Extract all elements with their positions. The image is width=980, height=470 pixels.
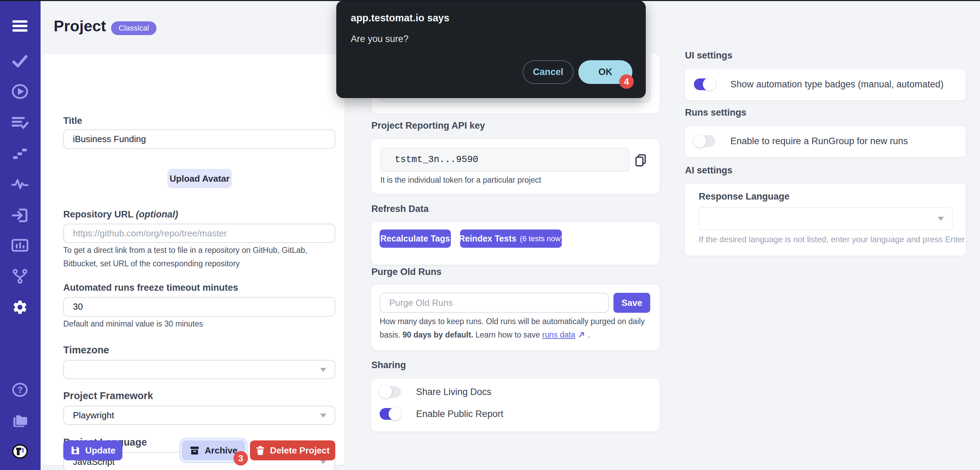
repository-url-optional: (optional) [136, 209, 178, 220]
runs-data-link[interactable]: runs data [542, 330, 575, 339]
svg-text:?: ? [17, 385, 23, 395]
reindex-label: Reindex Tests [459, 234, 517, 244]
automation-badges-toggle[interactable] [694, 78, 715, 90]
purge-help-text-2: Learn how to save [473, 330, 542, 339]
save-button[interactable]: Save [613, 293, 650, 313]
trash-icon [256, 445, 265, 456]
toggle-knob [693, 135, 706, 148]
enable-public-report-toggle[interactable] [380, 408, 401, 420]
enable-public-report-row: Enable Public Report [380, 408, 503, 420]
share-living-docs-row: Share Living Docs [380, 386, 492, 398]
repository-url-label-text: Repository URL [63, 209, 134, 220]
git-branch-icon[interactable] [10, 268, 30, 285]
runs-settings-card: Enable to require a RunGroup for new run… [685, 126, 966, 157]
testomat-logo[interactable] [10, 443, 30, 460]
ai-settings-help: If the desired language is not listed, e… [699, 235, 965, 244]
folders-icon[interactable] [10, 412, 30, 429]
api-key-card: tstmt_3n...9590 It is the individual tok… [371, 139, 660, 194]
purge-old-runs-input[interactable] [380, 293, 609, 313]
bar-chart-icon[interactable] [10, 237, 30, 253]
reindex-tests-button[interactable]: Reindex Tests (6 tests now) [460, 229, 562, 248]
framework-label: Project Framework [63, 390, 153, 401]
response-language-select[interactable] [699, 207, 953, 230]
purge-help: How many days to keep runs. Old runs wil… [380, 315, 651, 342]
freeze-timeout-input[interactable] [63, 297, 335, 317]
purge-old-runs-card: Save How many days to keep runs. Old run… [371, 285, 660, 350]
rungroup-toggle-row: Enable to require a RunGroup for new run… [694, 135, 908, 147]
purge-help-text-3: . [585, 330, 590, 339]
update-button-label: Update [85, 445, 116, 456]
purge-help-bold: 90 days by default. [402, 330, 473, 339]
archive-icon [189, 445, 200, 456]
project-form-card: Title Upload Avatar Repository URL (opti… [41, 54, 345, 465]
steps-icon[interactable] [10, 145, 30, 162]
sharing-card: Share Living Docs Enable Public Report [371, 379, 660, 432]
framework-value: Playwright [73, 410, 114, 421]
update-button[interactable]: Update [63, 440, 123, 460]
recalculate-tags-button[interactable]: Recalculate Tags [380, 229, 451, 248]
archive-button-label: Archive [205, 445, 237, 456]
ai-settings-label: AI settings [685, 165, 732, 176]
automation-badges-label: Show automation type badges (manual, aut… [730, 79, 943, 90]
dialog-cancel-button[interactable]: Cancel [523, 60, 574, 84]
window-top-border [0, 0, 980, 1]
dialog-message: Are you sure? [351, 34, 409, 45]
sign-in-icon[interactable] [10, 207, 30, 224]
toggle-knob [379, 386, 392, 398]
gear-icon[interactable] [10, 299, 30, 315]
ai-settings-card: Response Language If the desired languag… [685, 184, 966, 256]
rungroup-label: Enable to require a RunGroup for new run… [730, 136, 908, 147]
freeze-timeout-label: Automated runs freeze timeout minutes [63, 282, 238, 293]
play-circle-icon[interactable] [10, 83, 30, 100]
ok-notification-badge: 4 [619, 74, 634, 89]
activity-icon[interactable] [10, 176, 30, 192]
toggle-knob [388, 407, 402, 421]
repository-url-help: To get a direct link from a test to file… [63, 244, 338, 271]
chevron-down-icon [320, 368, 326, 372]
chevron-down-icon [938, 217, 944, 221]
timezone-select[interactable] [63, 360, 335, 379]
freeze-timeout-help: Default and minimal value is 30 minutes [63, 317, 338, 331]
chevron-down-icon [320, 460, 326, 464]
copy-icon[interactable] [634, 153, 647, 169]
repository-url-input[interactable] [63, 224, 335, 243]
delete-button-label: Delete Project [270, 445, 329, 456]
toggle-knob [703, 78, 716, 91]
response-language-label: Response Language [699, 191, 789, 202]
title-input[interactable] [63, 129, 335, 149]
purge-old-runs-label: Purge Old Runs [371, 267, 442, 277]
sidebar: ? [0, 0, 41, 470]
upload-avatar-button[interactable]: Upload Avatar [167, 169, 232, 188]
help-circle-icon[interactable]: ? [10, 382, 30, 398]
repository-url-label: Repository URL (optional) [63, 209, 178, 220]
save-icon [70, 445, 81, 456]
title-label: Title [63, 116, 82, 126]
refresh-data-label: Refresh Data [371, 204, 429, 214]
app-window: ? Project Classical Title Upload Avatar … [0, 0, 980, 470]
ui-settings-card: Show automation type badges (manual, aut… [685, 70, 966, 100]
share-living-docs-toggle[interactable] [380, 386, 401, 398]
api-key-label: Project Reporting API key [371, 120, 485, 131]
menu-icon[interactable] [10, 18, 30, 34]
refresh-data-card: Recalculate Tags Reindex Tests (6 tests … [371, 222, 660, 264]
enable-public-report-label: Enable Public Report [416, 409, 503, 419]
chevron-down-icon [320, 414, 326, 418]
list-check-icon[interactable] [10, 115, 30, 131]
ui-toggle-row: Show automation type badges (manual, aut… [694, 78, 943, 90]
delete-project-button[interactable]: Delete Project [250, 440, 335, 460]
share-living-docs-label: Share Living Docs [416, 387, 492, 397]
project-type-badge: Classical [111, 21, 156, 35]
rungroup-toggle[interactable] [694, 135, 715, 147]
api-key-field[interactable]: tstmt_3n...9590 [380, 148, 629, 172]
check-icon[interactable] [10, 53, 30, 69]
runs-settings-label: Runs settings [685, 107, 746, 118]
sharing-label: Sharing [371, 360, 406, 371]
archive-notification-badge: 3 [234, 451, 248, 465]
api-key-help: It is the individual token for a particu… [380, 174, 541, 187]
timezone-label: Timezone [63, 344, 109, 356]
ui-settings-label: UI settings [685, 50, 732, 61]
dialog-title: app.testomat.io says [351, 13, 449, 24]
page-title: Project [54, 17, 106, 35]
external-link-icon [578, 331, 585, 339]
framework-select[interactable]: Playwright [63, 406, 335, 425]
